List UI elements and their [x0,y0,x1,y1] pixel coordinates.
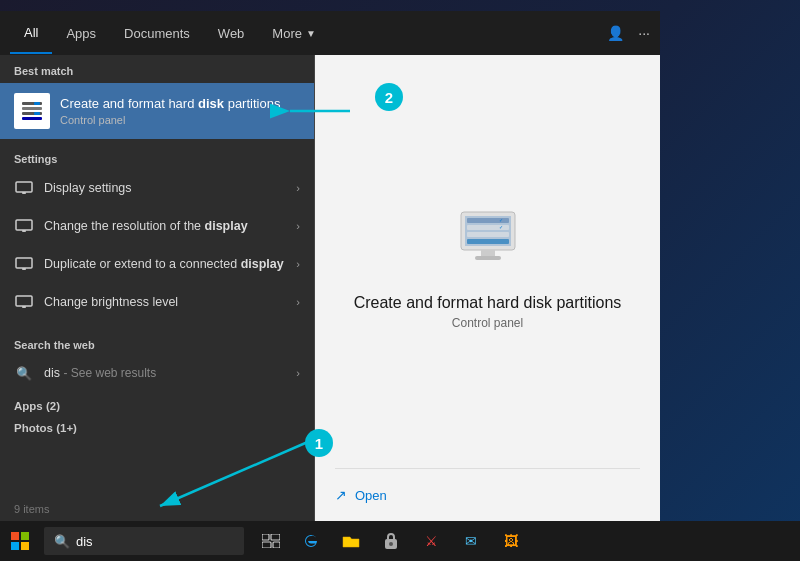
taskbar: 🔍 [0,521,800,561]
tab-bar-actions: 👤 ··· [607,25,650,41]
items-count: 9 items [0,497,315,521]
svg-rect-22 [467,232,509,237]
task-view-button[interactable] [252,521,290,561]
settings-item-duplicate[interactable]: Duplicate or extend to a connected displ… [0,245,314,283]
start-menu: All Apps Documents Web More ▼ 👤 ··· Best… [0,11,660,521]
taskbar-search-icon: 🔍 [54,534,70,549]
svg-rect-4 [34,102,40,105]
windows-logo-icon [11,532,29,550]
right-icon-area: ✓ ✓ [453,204,523,278]
best-match-text: Create and format hard disk partitions C… [60,96,300,127]
svg-rect-38 [262,542,271,548]
badge-1: 1 [305,429,333,457]
search-web-label: Search the web [0,333,314,355]
mail-button[interactable]: ✉ [452,521,490,561]
svg-rect-33 [21,532,29,540]
monitor-icon-2 [14,216,34,236]
monitor-icon [14,178,34,198]
brightness-text: Change brightness level [44,294,296,310]
tab-apps[interactable]: Apps [52,14,110,53]
desktop: ☁ ☁ 📁 📁 ☁ All Apps Documents Web More ▼ … [0,0,800,561]
best-match-title: Create and format hard disk partitions [60,96,300,113]
svg-rect-15 [16,296,32,306]
right-panel-subtitle: Control panel [452,316,523,330]
settings-label: Settings [0,147,314,169]
chevron-down-icon: ▼ [306,28,316,39]
svg-rect-34 [11,542,19,550]
best-match-label: Best match [0,55,314,83]
settings-item-resolution[interactable]: Change the resolution of the display › [0,207,314,245]
game-button[interactable]: ⚔ [412,521,450,561]
tab-documents[interactable]: Documents [110,14,204,53]
more-options-icon[interactable]: ··· [638,25,650,41]
apps-count: Apps (2) [0,395,314,417]
chevron-right-icon: › [296,182,300,194]
taskbar-search-input[interactable] [76,534,234,549]
open-label: Open [355,488,387,503]
chevron-right-icon-5: › [296,367,300,379]
monitor-icon-3 [14,254,34,274]
settings-section: Settings Display settings › [0,139,314,329]
web-search-text: dis - See web results [44,366,156,380]
svg-rect-26 [481,250,495,256]
chevron-right-icon-4: › [296,296,300,308]
right-top: ✓ ✓ Create and format hard disk partitio… [315,55,660,468]
svg-text:✓: ✓ [499,224,503,230]
right-panel-title: Create and format hard disk partitions [354,294,622,312]
svg-rect-27 [475,256,501,260]
disk-management-icon [14,93,50,129]
start-button[interactable] [0,521,40,561]
tab-more[interactable]: More ▼ [258,14,330,53]
svg-rect-5 [34,112,40,115]
settings-item-display[interactable]: Display settings › [0,169,314,207]
svg-rect-9 [16,220,32,230]
svg-rect-12 [16,258,32,268]
svg-rect-1 [22,107,42,110]
best-match-item[interactable]: Create and format hard disk partitions C… [0,83,314,139]
photos-count: Photos (1+) [0,417,314,439]
tab-all[interactable]: All [10,13,52,54]
explorer-button[interactable] [332,521,370,561]
badge-2: 2 [375,83,403,111]
svg-rect-39 [273,542,280,548]
edge-button[interactable] [292,521,330,561]
svg-point-41 [389,542,393,546]
svg-rect-23 [467,239,509,244]
svg-rect-35 [21,542,29,550]
best-match-subtitle: Control panel [60,114,300,126]
disk-management-large-icon: ✓ ✓ [453,204,523,274]
photo-button[interactable]: 🖼 [492,521,530,561]
chevron-right-icon-3: › [296,258,300,270]
search-loop-icon: 🔍 [14,363,34,383]
duplicate-text: Duplicate or extend to a connected displ… [44,256,296,272]
search-web-section: Search the web 🔍 dis - See web results › [0,329,314,395]
lock-button[interactable] [372,521,410,561]
taskbar-search-box[interactable]: 🔍 [44,527,244,555]
right-panel: ✓ ✓ Create and format hard disk partitio… [315,55,660,521]
svg-rect-6 [16,182,32,192]
settings-item-brightness[interactable]: Change brightness level › [0,283,314,321]
person-icon[interactable]: 👤 [607,25,624,41]
open-icon: ↗ [335,487,347,503]
right-actions: ↗ Open [315,469,660,521]
taskbar-pinned-icons: ⚔ ✉ 🖼 [252,521,530,561]
tab-web[interactable]: Web [204,14,259,53]
web-search-item[interactable]: 🔍 dis - See web results › [0,355,314,391]
resolution-text: Change the resolution of the display [44,218,296,234]
chevron-right-icon-2: › [296,220,300,232]
svg-rect-37 [271,534,280,540]
display-settings-text: Display settings [44,180,296,196]
svg-text:✓: ✓ [499,217,503,223]
left-panel: Best match Cre [0,55,315,521]
svg-rect-3 [22,117,42,120]
open-action[interactable]: ↗ Open [335,483,640,507]
svg-rect-32 [11,532,19,540]
svg-rect-36 [262,534,269,540]
tab-bar: All Apps Documents Web More ▼ 👤 ··· [0,11,660,55]
monitor-icon-4 [14,292,34,312]
